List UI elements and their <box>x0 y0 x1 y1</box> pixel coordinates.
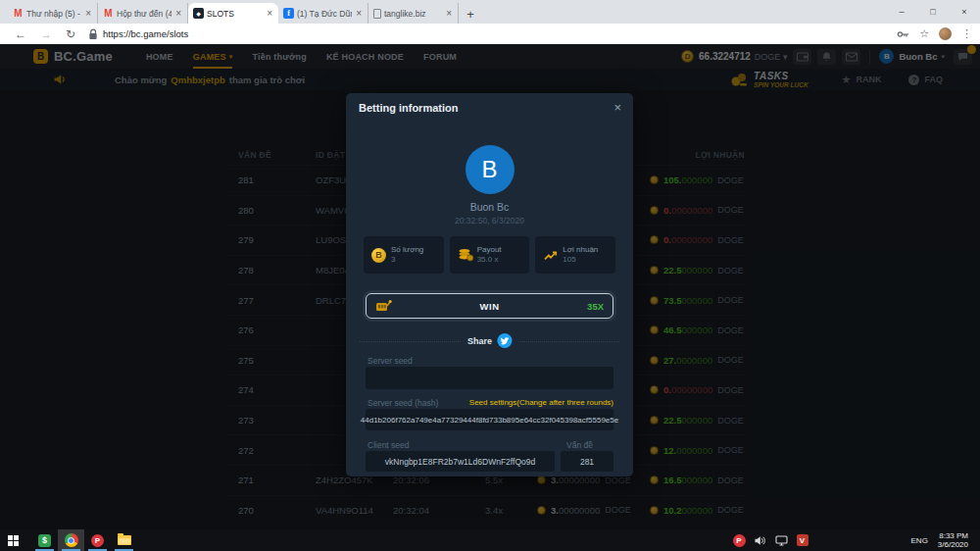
player-avatar: B <box>466 145 514 194</box>
stat-value: 35.0 x <box>477 255 502 265</box>
time-text: 8:33 PM <box>938 531 968 540</box>
browser-tab-strip: MThư nhập (5) - thoai14071997@×MHộp thư … <box>0 0 980 24</box>
nonce-label: Vấn đề <box>566 440 593 450</box>
server-seed-label: Server seed <box>368 356 413 366</box>
browser-chrome: MThư nhập (5) - thoai14071997@×MHộp thư … <box>0 0 980 44</box>
tray-volume[interactable] <box>755 535 766 546</box>
browser-tab-h-p-th-n-4-bcgamebouns[interactable]: MHộp thư đến (4) - bcgamebouns× <box>98 3 188 24</box>
file-explorer-icon <box>118 535 131 545</box>
close-tab-icon[interactable]: × <box>355 8 363 19</box>
gmail-icon: M <box>13 8 24 19</box>
tab-title: (1) Tạ Đức Dũng - Bóng Thanh N <box>297 9 352 19</box>
result-multiplier: 35X <box>587 301 604 312</box>
player-name: Buon Bc <box>346 201 633 213</box>
back-icon[interactable]: ← <box>15 27 26 41</box>
chrome-icon <box>65 533 78 547</box>
betting-information-modal: Betting information × B Buon Bc 20:32:50… <box>346 93 633 476</box>
gmail-icon: M <box>103 8 114 19</box>
stat-value: 3 <box>391 255 423 265</box>
bet-timestamp: 20:32:50, 6/3/2020 <box>346 216 633 225</box>
date-text: 3/6/2020 <box>938 540 968 549</box>
start-button[interactable] <box>0 529 25 551</box>
url-text[interactable]: https://bc.game/slots <box>103 28 188 39</box>
close-tab-icon[interactable]: × <box>266 8 273 19</box>
maximize-button[interactable]: □ <box>917 0 949 24</box>
bookmark-star-icon[interactable]: ☆ <box>919 27 929 40</box>
p-app-icon: P <box>733 534 746 547</box>
modal-close-icon[interactable]: × <box>613 100 621 115</box>
result-label: WIN <box>392 301 587 312</box>
refresh-icon[interactable]: ↻ <box>66 27 75 41</box>
seed-settings-link[interactable]: Seed settings(Change after three rounds) <box>469 398 613 407</box>
close-tab-icon[interactable]: × <box>445 8 453 19</box>
facebook-icon: f <box>283 8 294 19</box>
clock[interactable]: 8:33 PM 3/6/2020 <box>938 531 968 549</box>
browser-tab-1-t-c-d-ng-b-ng-thanh-n[interactable]: f(1) Tạ Đức Dũng - Bóng Thanh N× <box>278 3 368 24</box>
coins-stack-icon <box>458 248 474 262</box>
client-seed-label: Client seed <box>368 440 410 450</box>
dollar-app-icon: $ <box>38 534 51 547</box>
forward-icon[interactable]: → <box>40 27 52 41</box>
new-tab-button[interactable]: + <box>459 4 482 24</box>
trend-up-icon <box>543 249 559 261</box>
bet-result-bar: WIN 35X <box>366 293 613 319</box>
slot-machine-icon <box>375 299 392 314</box>
browser-profile-avatar[interactable] <box>939 27 952 40</box>
stat-label: Số lượng <box>391 245 423 255</box>
browser-tab-tanglike-biz[interactable]: tanglike.biz× <box>368 3 459 24</box>
tab-title: Hộp thư đến (4) - bcgamebouns <box>117 9 172 19</box>
stat-label: Lợi nhuận <box>563 245 598 255</box>
stat-card-s-l-ng: BSố lượng3 <box>364 236 444 274</box>
close-tab-icon[interactable]: × <box>84 8 92 19</box>
screen: MThư nhập (5) - thoai14071997@×MHộp thư … <box>0 0 980 551</box>
close-button[interactable]: × <box>949 0 980 24</box>
share-row: Share <box>360 333 619 349</box>
address-bar: ← → ↻ https://bc.game/slots ☆ ⋮ <box>0 24 980 44</box>
language-indicator[interactable]: ENG <box>911 536 928 545</box>
stat-card-payout: Payout35.0 x <box>450 236 530 274</box>
taskbar-app-chrome[interactable] <box>58 529 84 551</box>
tray-v-app[interactable]: V <box>797 534 808 546</box>
minimize-button[interactable]: – <box>886 0 917 24</box>
tray-p-app[interactable]: P <box>733 534 746 547</box>
browser-tab-slots[interactable]: ◆SLOTS× <box>188 3 278 24</box>
stat-label: Payout <box>477 245 502 255</box>
p-app-icon: P <box>91 534 104 547</box>
stat-value: 105 <box>563 255 598 265</box>
tray-network[interactable] <box>775 535 788 546</box>
lock-icon <box>88 28 98 40</box>
taskbar-app-file-explorer[interactable] <box>111 529 137 551</box>
windows-logo-icon <box>8 535 19 546</box>
share-button[interactable]: Share <box>461 333 518 348</box>
server-seed-hash-input[interactable]: 44d1b206f762a749e4a77329444f8fd733b895e6… <box>366 409 613 430</box>
twitter-icon[interactable] <box>497 333 512 348</box>
modal-title: Betting information <box>359 102 458 114</box>
nonce-input[interactable]: 281 <box>561 451 613 472</box>
stat-card-l-i-nhu-n: Lợi nhuận105 <box>535 236 615 274</box>
server-seed-hash-label: Server seed (hash) <box>368 398 438 408</box>
close-tab-icon[interactable]: × <box>174 8 182 19</box>
server-seed-input[interactable] <box>366 367 613 389</box>
bcgame-page: B BC.Game HOMEGAMES▾Tiền thưởngKẾ HOẠCH … <box>0 44 980 529</box>
page-icon <box>373 9 381 19</box>
window-controls: – □ × <box>886 0 980 24</box>
toolbar-right: ☆ ⋮ <box>887 27 972 40</box>
tab-title: SLOTS <box>207 9 263 19</box>
menu-dots-icon[interactable]: ⋮ <box>961 27 972 40</box>
windows-taskbar: $P PV ENG 8:33 PM 3/6/2020 <box>0 529 980 551</box>
tab-title: tanglike.biz <box>384 9 442 19</box>
network-icon[interactable] <box>775 535 788 546</box>
client-seed-input[interactable]: vkNngbp1E8FR2b7w1Ld6DWnF2ffQo9d <box>366 451 555 472</box>
url-box[interactable]: https://bc.game/slots <box>88 28 887 40</box>
key-icon[interactable] <box>897 29 909 39</box>
bcgame-icon: ◆ <box>193 8 204 19</box>
v-app-icon: V <box>797 534 808 546</box>
taskbar-app-dollar-app[interactable]: $ <box>31 529 58 551</box>
browser-tab-th-nh-p-5-thoai14071997[interactable]: MThư nhập (5) - thoai14071997@× <box>8 3 98 24</box>
coin-icon: B <box>371 248 386 263</box>
tab-title: Thư nhập (5) - thoai14071997@ <box>26 9 81 19</box>
volume-icon[interactable] <box>755 535 766 546</box>
taskbar-app-p-app[interactable]: P <box>84 529 111 551</box>
